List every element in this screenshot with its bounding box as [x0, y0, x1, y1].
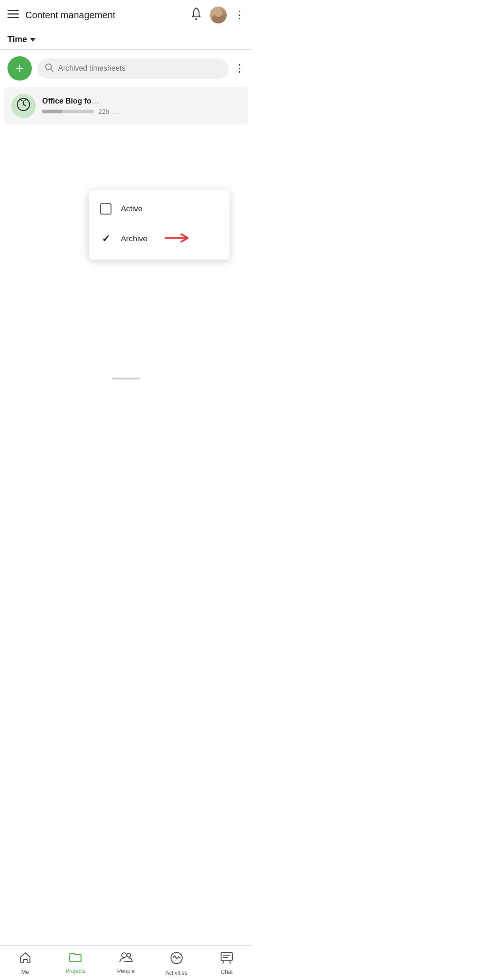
red-arrow-icon: [164, 231, 193, 246]
progress-bar: [42, 110, 94, 113]
filter-more-icon[interactable]: ⋮: [234, 62, 245, 74]
chevron-down-icon: [30, 38, 36, 42]
item-time: 22h: [98, 108, 109, 115]
dropdown-item-active[interactable]: Active: [89, 195, 230, 223]
dropdown-archive-label: Archive: [121, 234, 148, 244]
svg-rect-2: [7, 17, 19, 18]
header-icons: ⋮: [190, 7, 245, 23]
search-input[interactable]: [58, 64, 221, 73]
item-icon-wrap: [11, 94, 36, 118]
svg-line-10: [25, 99, 26, 101]
svg-line-5: [51, 69, 53, 71]
menu-icon[interactable]: [7, 9, 19, 21]
content-area: Office Blog fo… 22h ... Active ✓ Archive: [0, 87, 252, 368]
time-filter-button[interactable]: Time: [7, 35, 36, 45]
checkmark-icon: ✓: [100, 233, 111, 245]
svg-point-3: [195, 18, 197, 20]
add-button[interactable]: +: [7, 56, 32, 81]
checkbox-empty-icon: [100, 203, 111, 215]
header: Content management ⋮: [0, 0, 252, 30]
svg-rect-0: [7, 10, 19, 11]
progress-bar-fill: [42, 110, 63, 113]
svg-line-8: [23, 104, 26, 106]
item-title: Office Blog fo…: [42, 97, 241, 105]
avatar[interactable]: [210, 7, 227, 23]
time-filter-label: Time: [7, 35, 27, 45]
item-time-suffix: ...: [114, 108, 119, 115]
dropdown-active-label: Active: [121, 204, 142, 214]
plus-icon: +: [15, 61, 24, 75]
dropdown-item-archive[interactable]: ✓ Archive: [89, 223, 230, 255]
home-pill: [112, 378, 140, 379]
search-bar: [37, 59, 229, 79]
list-item[interactable]: Office Blog fo… 22h ...: [4, 87, 248, 125]
svg-line-9: [21, 99, 22, 101]
dropdown-menu: Active ✓ Archive: [89, 190, 230, 260]
page-title: Content management: [25, 10, 190, 21]
more-vertical-icon[interactable]: ⋮: [234, 9, 245, 21]
bell-icon[interactable]: [190, 7, 202, 23]
svg-rect-1: [7, 14, 19, 15]
item-progress-row: 22h ...: [42, 108, 241, 115]
clock-icon: [16, 97, 30, 115]
search-icon: [45, 63, 53, 74]
time-filter-row: Time: [0, 30, 252, 50]
toolbar-row: + ⋮: [0, 50, 252, 87]
item-content: Office Blog fo… 22h ...: [42, 97, 241, 115]
